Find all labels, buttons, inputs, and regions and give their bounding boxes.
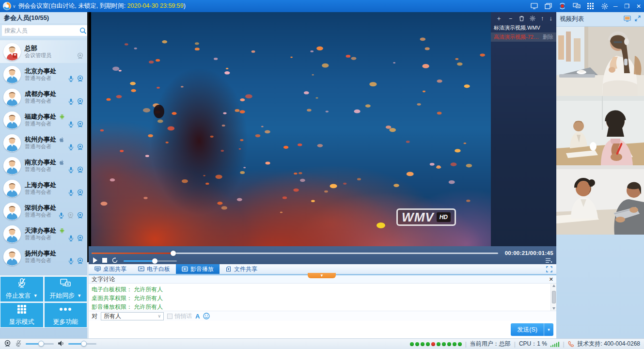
trash-icon[interactable] bbox=[519, 16, 524, 21]
add-media-icon[interactable]: ＋ bbox=[496, 15, 502, 21]
webcam-icon[interactable] bbox=[77, 235, 84, 242]
mic-muted-icon[interactable] bbox=[15, 340, 22, 349]
participant-info: 天津办事处普通与会者 bbox=[25, 227, 68, 241]
remove-media-icon[interactable]: － bbox=[507, 15, 514, 21]
playing-video[interactable]: WMVHD bbox=[91, 12, 491, 246]
close-button[interactable]: ✕ bbox=[636, 3, 641, 9]
participant-row[interactable]: 杭州办事处普通与会者 bbox=[0, 131, 87, 154]
settings-gear-icon[interactable] bbox=[601, 2, 609, 10]
search-input[interactable] bbox=[4, 27, 79, 34]
chat-collapse-handle[interactable]: ▼ bbox=[308, 273, 336, 278]
scroll-down-icon[interactable] bbox=[552, 307, 555, 310]
webcam-icon[interactable] bbox=[77, 75, 84, 82]
replay-button[interactable] bbox=[112, 257, 118, 263]
emoji-icon[interactable] bbox=[203, 313, 210, 319]
layout-grid-icon[interactable] bbox=[587, 2, 595, 10]
volume-slider[interactable] bbox=[124, 260, 177, 262]
tab-file-share[interactable]: 文件共享 bbox=[220, 264, 263, 274]
webcam-icon[interactable] bbox=[77, 121, 84, 128]
webcam-icon[interactable] bbox=[77, 52, 84, 60]
participant-row[interactable]: 成都办事处普通与会者 bbox=[0, 86, 87, 109]
tab-whiteboard[interactable]: 电子白板 bbox=[132, 264, 176, 274]
video-thumbnail-3[interactable] bbox=[556, 165, 644, 235]
mic-icon[interactable] bbox=[58, 212, 64, 219]
screenshot-icon[interactable] bbox=[531, 2, 538, 10]
expand-panel-icon[interactable] bbox=[635, 16, 641, 23]
video-thumbnail-2[interactable] bbox=[556, 96, 644, 165]
mic-volume-slider[interactable] bbox=[26, 343, 54, 345]
speaker-volume-thumb[interactable] bbox=[81, 341, 87, 347]
webcam-icon[interactable] bbox=[77, 98, 84, 105]
playlist-item-delete-button[interactable]: 删除 bbox=[543, 33, 553, 41]
video-thumbnail-1[interactable] bbox=[556, 27, 644, 96]
participant-device-icons bbox=[68, 143, 84, 151]
participant-row[interactable]: 北京办事处普通与会者 bbox=[0, 63, 87, 86]
webcam-icon[interactable] bbox=[67, 212, 74, 219]
participant-row[interactable]: 南京办事处普通与会者 bbox=[0, 154, 87, 177]
mic-icon[interactable] bbox=[68, 75, 74, 82]
volume-thumb[interactable] bbox=[152, 258, 157, 264]
tab-desktop-share[interactable]: 桌面共享 bbox=[89, 264, 132, 274]
webcam-icon[interactable] bbox=[77, 143, 84, 151]
caret-down-icon[interactable]: ▼ bbox=[33, 293, 38, 298]
search-icon[interactable] bbox=[79, 27, 87, 34]
logo-chevron-icon[interactable]: ∨ bbox=[13, 4, 16, 9]
participant-name: 福建办事处 bbox=[25, 113, 56, 120]
maximize-button[interactable]: ❐ bbox=[624, 3, 629, 9]
webcam-icon[interactable] bbox=[77, 166, 84, 174]
playlist-toggle-icon[interactable] bbox=[546, 258, 552, 265]
participant-row[interactable]: 扬州办事处普通与会者 bbox=[0, 245, 87, 268]
mic-icon[interactable] bbox=[68, 143, 74, 151]
participant-row[interactable]: 深圳办事处普通与会者 bbox=[0, 200, 87, 222]
webcam-status-icon[interactable] bbox=[4, 340, 11, 349]
font-style-button[interactable]: A bbox=[195, 313, 200, 320]
video-mode-icon[interactable] bbox=[624, 16, 631, 23]
record-icon[interactable] bbox=[559, 2, 566, 10]
playlist-settings-gear-icon[interactable] bbox=[530, 16, 535, 21]
mic-icon[interactable] bbox=[68, 257, 74, 265]
scroll-thumb[interactable] bbox=[552, 291, 556, 303]
progress-thumb[interactable] bbox=[171, 251, 176, 256]
stop-button[interactable] bbox=[102, 258, 107, 263]
mic-icon[interactable] bbox=[68, 189, 74, 196]
send-button[interactable]: 发送(S) ▼ bbox=[511, 323, 553, 336]
speaker-volume-slider[interactable] bbox=[68, 343, 96, 345]
mic-icon[interactable] bbox=[68, 121, 74, 128]
mic-icon[interactable] bbox=[68, 235, 74, 242]
webcam-icon[interactable] bbox=[77, 189, 84, 196]
start-sync-button[interactable]: 开始同步▼ bbox=[45, 277, 87, 301]
recipient-select[interactable]: 所有人 ∨ bbox=[101, 312, 164, 320]
playlist-item[interactable]: 高清演示视频-720P.wmv删除 bbox=[491, 32, 556, 42]
whisper-checkbox[interactable] bbox=[167, 314, 173, 319]
sync-screens-icon[interactable] bbox=[573, 2, 581, 10]
minimize-button[interactable]: ─ bbox=[613, 3, 618, 9]
play-button[interactable] bbox=[93, 257, 97, 263]
participant-row[interactable]: 上海办事处普通与会者 bbox=[0, 177, 87, 200]
speaker-icon[interactable] bbox=[58, 340, 64, 348]
webcam-icon[interactable] bbox=[77, 212, 84, 219]
caret-down-icon[interactable]: ▼ bbox=[77, 293, 81, 298]
move-down-icon[interactable]: ↓ bbox=[550, 15, 553, 21]
tab-media-playback[interactable]: 影音播放 bbox=[176, 264, 220, 274]
chat-input-area[interactable]: 发送(S) ▼ bbox=[89, 321, 556, 338]
progress-bar[interactable] bbox=[92, 253, 498, 254]
mic-icon[interactable] bbox=[68, 98, 74, 105]
display-mode-button[interactable]: 显示模式 bbox=[0, 303, 43, 328]
mic-icon[interactable] bbox=[68, 166, 74, 174]
more-functions-button[interactable]: 更多功能 bbox=[45, 303, 87, 328]
fullscreen-icon[interactable] bbox=[542, 264, 556, 274]
participant-row[interactable]: 福建办事处普通与会者 bbox=[0, 109, 87, 131]
mic-volume-thumb[interactable] bbox=[38, 341, 44, 347]
participant-role: 普通与会者 bbox=[25, 166, 51, 172]
chat-close-icon[interactable]: ✕ bbox=[549, 277, 553, 282]
chat-scrollbar[interactable] bbox=[550, 284, 556, 311]
float-window-icon[interactable] bbox=[545, 2, 552, 10]
playlist-item[interactable]: 标清演示视频.WMV bbox=[491, 23, 556, 32]
webcam-icon[interactable] bbox=[77, 257, 84, 265]
participant-row[interactable]: 天津办事处普通与会者 bbox=[0, 222, 87, 245]
participant-row[interactable]: 总部会议管理员 bbox=[0, 40, 87, 63]
stop-speaking-button[interactable]: 停止发言▼ bbox=[0, 277, 43, 301]
scroll-up-icon[interactable] bbox=[552, 285, 555, 287]
move-up-icon[interactable]: ↑ bbox=[541, 15, 544, 21]
send-caret-icon[interactable]: ▼ bbox=[544, 323, 553, 336]
